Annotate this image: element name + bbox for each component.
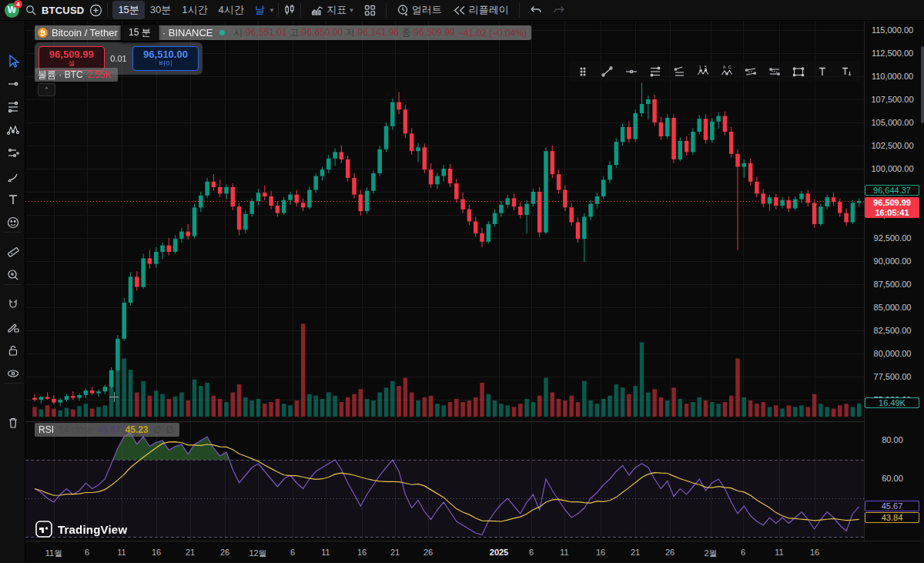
scrollbar-thumb[interactable] [921, 46, 924, 123]
tradingview-wordmark: TradingView [58, 523, 127, 536]
fib-retracement-icon[interactable] [644, 62, 666, 81]
trend-based-fib-icon[interactable] [668, 62, 690, 81]
user-avatar[interactable]: W 4 [5, 3, 19, 18]
replay-label: 리플레이 [469, 3, 509, 17]
search-icon[interactable] [25, 5, 36, 15]
collapse-legend-button[interactable]: ⌃ [38, 83, 55, 96]
flat-channel-icon[interactable] [763, 62, 785, 81]
chart-legend[interactable]: ₿ Bitcoin / Tether · BINANCE 시 96,551.01… [35, 25, 531, 40]
rsi-legend[interactable]: RSI 14 close 45.67 45.23 ∅ ∅ [35, 423, 179, 437]
high-price-tag: 96,644.37 [865, 185, 919, 196]
abc-pattern-icon[interactable]: AC [715, 62, 738, 81]
forecast-icon[interactable] [2, 142, 23, 163]
time-axis-tick: 6 [290, 548, 295, 557]
volume-value: 2.55K [88, 69, 112, 80]
sidebar-divider [4, 284, 22, 285]
volume-legend[interactable]: 볼륨 · BTC 2.55K [35, 68, 118, 82]
text-icon[interactable] [811, 62, 833, 81]
volume-tag: 16.49K [865, 397, 919, 408]
sidebar-divider [4, 383, 22, 384]
time-axis-tick: 2025 [490, 548, 508, 557]
timeframe-button-4시간[interactable]: 4시간 [213, 1, 249, 19]
cursor-icon[interactable] [2, 50, 23, 71]
replay-button[interactable]: 리플레이 [447, 1, 514, 19]
interval-tooltip: 15 분 [121, 24, 159, 42]
time-axis-tick: 26 [665, 548, 675, 557]
price-axis-label: 112,500.00 [865, 49, 920, 58]
timeframe-button-1시간[interactable]: 1시간 [176, 1, 213, 19]
redo-button[interactable] [547, 3, 571, 17]
time-axis-tick: 26 [424, 548, 433, 557]
indicators-button[interactable]: 지표 ▾ [306, 1, 359, 19]
trend-line-icon[interactable] [2, 73, 23, 94]
zoom-in-icon[interactable] [2, 264, 23, 285]
fib-retracement-icon[interactable] [2, 96, 23, 117]
hide-icon[interactable]: ∅ [153, 424, 161, 435]
time-axis-tick: 2월 [704, 548, 717, 559]
price-axis-label: 85,000.00 [865, 303, 920, 312]
price-axis-label: 82,500.00 [865, 326, 920, 335]
time-axis-tick: 6 [85, 548, 89, 557]
xabcd-pattern-icon[interactable]: 15 [691, 62, 714, 81]
timeframe-button-15분[interactable]: 15분 [112, 1, 144, 19]
price-axis-label: 110,000.00 [865, 72, 920, 81]
price-axis[interactable]: 115,000.00112,500.00110,000.00107,500.00… [864, 21, 921, 541]
alert-clock-icon [397, 4, 409, 16]
svg-text:A: A [723, 65, 726, 69]
add-symbol-icon[interactable] [89, 4, 102, 17]
rsi-axis-label: 60.00 [865, 474, 920, 483]
candle-style-icon[interactable] [283, 4, 296, 16]
alert-button[interactable]: 얼러트 [391, 1, 447, 19]
price-axis-label: 100,000.00 [865, 164, 920, 173]
trend-line-icon[interactable] [596, 62, 618, 81]
buy-button[interactable]: 96,510.00 바이 [132, 46, 199, 71]
timeframe-button-30분[interactable]: 30분 [145, 1, 176, 19]
anchored-text-icon[interactable] [835, 62, 857, 81]
connection-status-dot [219, 30, 225, 35]
lock-all-icon[interactable] [2, 340, 23, 360]
emoji-icon[interactable] [2, 212, 23, 233]
svg-text:1: 1 [699, 65, 701, 69]
volume-label: 볼륨 · BTC [38, 69, 83, 82]
time-axis-tick: 21 [186, 548, 195, 557]
time-axis[interactable]: 11월61116212612월61116212620256111621262월6… [25, 541, 924, 563]
text-icon[interactable] [2, 189, 23, 209]
horizontal-line-icon[interactable] [620, 62, 642, 81]
more-icon[interactable]: ∅ [166, 424, 173, 435]
chevron-down-icon[interactable]: ▾ [270, 6, 274, 14]
brush-icon[interactable] [2, 166, 23, 186]
hide-all-icon[interactable] [2, 363, 23, 384]
svg-text:5: 5 [705, 65, 707, 69]
parallel-channel-icon[interactable] [739, 62, 762, 81]
ruler-icon[interactable] [2, 241, 23, 262]
tradingview-logo[interactable]: TradingView [35, 521, 127, 538]
timeframe-list: 15분30분1시간4시간날 [112, 1, 270, 19]
divider [519, 3, 520, 17]
time-axis-tick: 16 [152, 548, 161, 557]
divider [386, 3, 387, 17]
candlestick-chart[interactable] [25, 21, 864, 541]
undo-button[interactable] [524, 3, 547, 17]
xabcd-pattern-icon[interactable] [2, 119, 23, 140]
rsi-axis-label: 80.00 [865, 435, 920, 444]
layout-grid-button[interactable] [359, 2, 381, 18]
divider [300, 3, 301, 17]
time-axis-tick: 26 [220, 548, 229, 557]
magnet-icon[interactable] [2, 293, 23, 314]
price-axis-label: 102,500.00 [865, 141, 920, 150]
rsi-title: RSI [38, 424, 54, 435]
price-axis-label: 107,500.00 [865, 95, 920, 104]
last-price-tag: 96,509.99 16:05:41 [865, 197, 919, 218]
rectangle-icon[interactable] [787, 62, 809, 81]
alert-label: 얼러트 [412, 3, 442, 17]
timeframe-button-날[interactable]: 날 [249, 1, 270, 19]
floating-draw-toolbar: 15AC [569, 61, 860, 82]
time-axis-tick: 16 [596, 548, 605, 557]
trash-icon[interactable] [2, 412, 23, 433]
legend-symbol-name[interactable]: Bitcoin / Tether [52, 27, 118, 39]
drawing-edit-lock-icon[interactable] [2, 317, 23, 337]
legend-high: 96,650.00 [302, 27, 343, 38]
drag-handle-icon[interactable] [572, 62, 594, 81]
symbol-button[interactable]: BTCUSD [36, 2, 89, 18]
price-axis-label: 92,500.00 [865, 233, 920, 243]
